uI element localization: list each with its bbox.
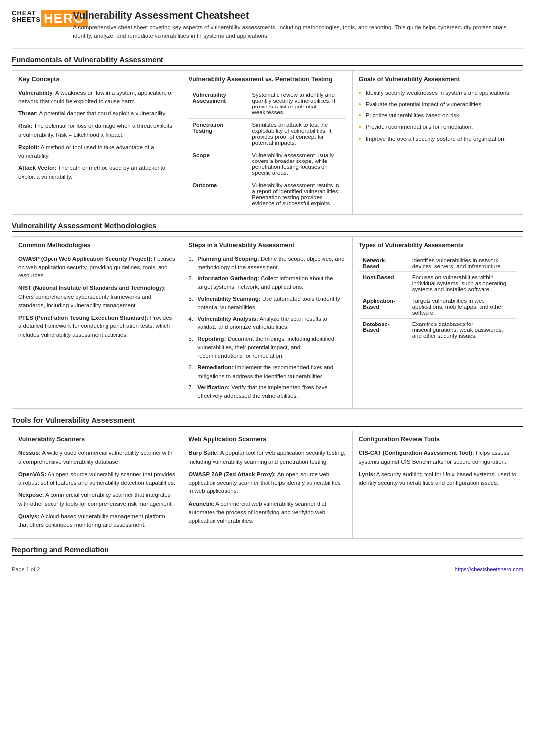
section4-heading: Reporting and Remediation (12, 545, 523, 556)
type-host-label: Host-Based (359, 271, 408, 295)
type-database-desc: Examines databases for misconfigurations… (408, 318, 517, 341)
web-scanners-header: Web Application Scanners (188, 436, 346, 445)
config-tools-header: Configuration Review Tools (359, 436, 517, 445)
concept-threat: Threat: A potential danger that could ex… (18, 109, 176, 118)
goal-1: Identify security weaknesses in systems … (359, 89, 517, 97)
type-network-label: Network-Based (359, 255, 408, 272)
section2-heading: Vulnerability Assessment Methodologies (12, 221, 523, 232)
section3-heading: Tools for Vulnerability Assessment (12, 416, 523, 427)
methodology-ptes: PTES (Penetration Testing Execution Stan… (18, 314, 176, 339)
vs-term-va: VulnerabilityAssessment (188, 89, 248, 119)
type-host: Host-Based Focuses on vulnerabilities wi… (359, 271, 517, 295)
methodologies-panel: Common Methodologies OWASP (Open Web App… (12, 237, 182, 409)
col1-header: Key Concepts (18, 76, 176, 85)
vs-table: VulnerabilityAssessment Systematic revie… (188, 89, 346, 209)
type-host-desc: Focuses on vulnerabilities within indivi… (408, 271, 517, 295)
section1-heading: Fundamentals of Vulnerability Assessment (12, 55, 523, 66)
goal-4: Provide recommendations for remediation. (359, 123, 517, 131)
step-3: 3.Vulnerability Scanning: Use automated … (188, 295, 346, 312)
type-application-label: Application-Based (359, 295, 408, 318)
vs-term-pt: PenetrationTesting (188, 118, 248, 149)
step-2: 2.Information Gathering: Collect informa… (188, 274, 346, 292)
scanners-header: Vulnerability Scanners (18, 436, 176, 445)
type-database-label: Database-Based (359, 318, 408, 341)
types-header: Types of Vulnerability Assessments (359, 242, 517, 251)
concepts-list: Vulnerability: A weakness or flaw in a s… (18, 89, 176, 181)
page-title: Vulnerability Assessment Cheatsheet (73, 10, 523, 21)
step-6: 6.Remediation: Implement the recommended… (188, 363, 346, 380)
vs-desc-outcome: Vulnerability assessment results in a re… (248, 179, 346, 209)
page-number: Page 1 of 2 (12, 566, 40, 572)
steps-list: 1.Planning and Scoping: Define the scope… (188, 255, 346, 401)
web-scanners-panel: Web Application Scanners Burp Suite: A p… (182, 431, 352, 538)
tool-ciscat: CIS-CAT (Configuration Assessment Tool):… (359, 449, 517, 466)
vs-desc-scope: Vulnerability assessment usually covers … (248, 149, 346, 179)
steps-header: Steps in a Vulnerability Assessment (188, 242, 346, 251)
type-application: Application-Based Targets vulnerabilitie… (359, 295, 517, 318)
step-1: 1.Planning and Scoping: Define the scope… (188, 255, 346, 272)
methodologies-header: Common Methodologies (18, 242, 176, 251)
tool-nexpose: Nexpose: A commercial vulnerability scan… (18, 491, 176, 508)
col3-header: Goals of Vulnerability Assessment (359, 76, 517, 85)
goal-5: Improve the overall security posture of … (359, 135, 517, 143)
config-tools-panel: Configuration Review Tools CIS-CAT (Conf… (353, 431, 523, 538)
page-description: A comprehensive cheat sheet covering key… (73, 23, 523, 41)
vs-term-outcome: Outcome (188, 179, 248, 209)
section3-grid: Vulnerability Scanners Nessus: A widely … (12, 431, 523, 539)
col2-header: Vulnerability Assessment vs. Penetration… (188, 76, 346, 85)
type-application-desc: Targets vulnerabilities in web applicati… (408, 295, 517, 318)
vs-row-pt: PenetrationTesting Simulates an attack t… (188, 118, 346, 149)
type-database: Database-Based Examines databases for mi… (359, 318, 517, 341)
scanners-panel: Vulnerability Scanners Nessus: A widely … (12, 431, 182, 538)
logo-sheets: SHEETS (12, 16, 41, 23)
tool-acunetix: Acunetix: A commercial web vulnerability… (188, 500, 346, 526)
logo: CHEAT SHEETS HERO (12, 10, 66, 27)
vs-term-scope: Scope (188, 149, 248, 179)
tool-lynis: Lynis: A security auditing tool for Unix… (359, 470, 517, 487)
tool-openvas: OpenVAS: An open-source vulnerability sc… (18, 470, 176, 487)
step-5: 5.Reporting: Document the findings, incl… (188, 335, 346, 361)
step-4: 4.Vulnerability Analysis: Analyze the sc… (188, 315, 346, 332)
step-7: 7.Verification: Verify that the implemen… (188, 383, 346, 401)
goals-panel: Goals of Vulnerability Assessment Identi… (353, 71, 523, 214)
goal-3: Prioritize vulnerabilities based on risk… (359, 111, 517, 120)
section2-grid: Common Methodologies OWASP (Open Web App… (12, 236, 523, 409)
types-panel: Types of Vulnerability Assessments Netwo… (353, 237, 523, 409)
concept-vulnerability: Vulnerability: A weakness or flaw in a s… (18, 89, 176, 106)
vs-desc-pt: Simulates an attack to test the exploita… (248, 118, 346, 149)
methodology-owasp: OWASP (Open Web Application Security Pro… (18, 255, 176, 280)
concept-exploit: Exploit: A method or tool used to take a… (18, 143, 176, 161)
goal-2: Evaluate the potential impact of vulnera… (359, 100, 517, 108)
tool-owaspzap: OWASP ZAP (Zed Attack Proxy): An open-so… (188, 470, 346, 496)
types-table: Network-Based Identifies vulnerabilities… (359, 255, 517, 341)
methodology-nist: NIST (National Institute of Standards an… (18, 284, 176, 310)
tool-nessus: Nessus: A widely used commercial vulnera… (18, 449, 176, 466)
concept-risk: Risk: The potential for loss or damage w… (18, 122, 176, 139)
page-footer: Page 1 of 2 https://cheatsheetshero.com (12, 566, 523, 572)
vs-row-scope: Scope Vulnerability assessment usually c… (188, 149, 346, 179)
tool-burpsuite: Burp Suite: A popular tool for web appli… (188, 449, 346, 466)
tool-qualys: Qualys: A cloud-based vulnerability mana… (18, 512, 176, 530)
vs-desc-va: Systematic review to identify and quanti… (248, 89, 346, 119)
type-network-desc: Identifies vulnerabilities in network de… (408, 255, 517, 272)
header-text: Vulnerability Assessment Cheatsheet A co… (73, 10, 523, 41)
concept-attack-vector: Attack Vector: The path or method used b… (18, 164, 176, 181)
vs-row-outcome: Outcome Vulnerability assessment results… (188, 179, 346, 209)
section1-grid: Key Concepts Vulnerability: A weakness o… (12, 70, 523, 215)
footer-link[interactable]: https://cheatsheetshero.com (455, 566, 523, 572)
steps-panel: Steps in a Vulnerability Assessment 1.Pl… (182, 237, 352, 409)
vs-panel: Vulnerability Assessment vs. Penetration… (182, 71, 352, 214)
page-header: CHEAT SHEETS HERO Vulnerability Assessme… (12, 10, 523, 49)
type-network: Network-Based Identifies vulnerabilities… (359, 255, 517, 272)
vs-row-va: VulnerabilityAssessment Systematic revie… (188, 89, 346, 119)
key-concepts-panel: Key Concepts Vulnerability: A weakness o… (12, 71, 182, 214)
goals-list: Identify security weaknesses in systems … (359, 89, 517, 143)
